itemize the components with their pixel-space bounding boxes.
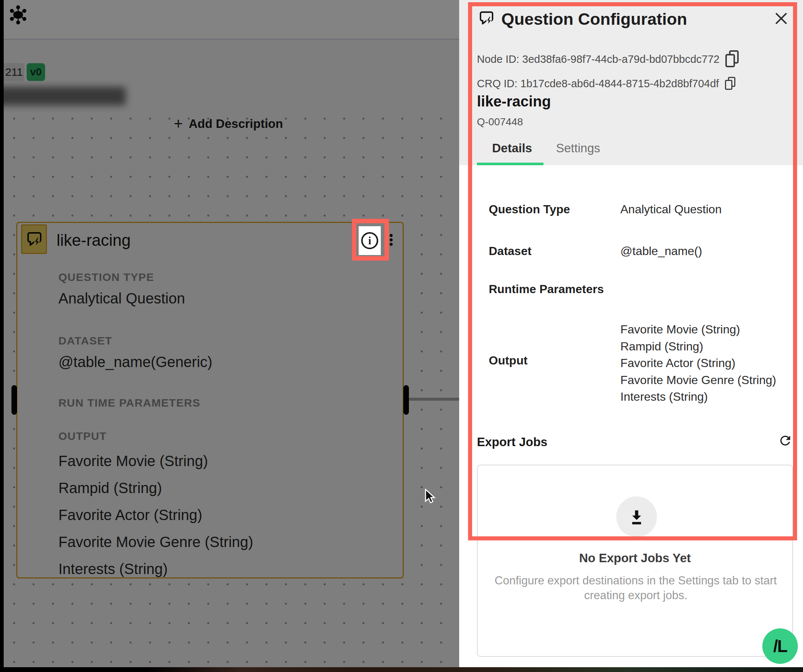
node-info-button[interactable]: i — [359, 226, 381, 255]
question-code: Q-007448 — [477, 116, 523, 128]
node-id-text: Node ID: 3ed38fa6-98f7-44cb-a79d-bd07bbc… — [477, 53, 719, 65]
output-item: Rampid (String) — [620, 338, 776, 355]
export-jobs-heading: Export Jobs — [477, 435, 548, 449]
workflow-canvas[interactable]: 211 v0 + Add Description like-racing QUE… — [4, 0, 459, 672]
crq-id-row: CRQ ID: 1b17cde8-ab6d-4844-8715-4b2d8bf7… — [477, 77, 736, 90]
output-item: Favorite Actor (String) — [620, 355, 776, 372]
tab-details[interactable]: Details — [492, 141, 532, 155]
runtime-params-label: Runtime Parameters — [489, 282, 604, 296]
no-export-jobs-title: No Export Jobs Yet — [478, 551, 792, 565]
question-type-value: Analytical Question — [620, 203, 722, 216]
brand-fab-button[interactable]: /L — [762, 628, 798, 664]
question-type-label: Question Type — [489, 203, 570, 216]
panel-header: Question Configuration Node ID: 3ed38fa6… — [459, 0, 803, 165]
output-label: Output — [489, 354, 528, 367]
question-configuration-panel: Question Configuration Node ID: 3ed38fa6… — [459, 0, 803, 672]
modal-dim-overlay — [4, 0, 459, 672]
question-chat-lightning-icon — [477, 10, 496, 27]
crq-id-text: CRQ ID: 1b17cde8-ab6d-4844-8715-4b2d8bf7… — [477, 78, 719, 90]
refresh-icon[interactable] — [778, 433, 793, 448]
brand-fab-label: /L — [774, 636, 787, 656]
info-icon: i — [361, 232, 378, 249]
output-value-list: Favorite Movie (String) Rampid (String) … — [620, 321, 776, 406]
output-item: Interests (String) — [620, 388, 776, 406]
window-left-edge — [0, 0, 4, 672]
download-icon — [627, 507, 646, 526]
tab-settings[interactable]: Settings — [556, 141, 600, 155]
output-item: Favorite Movie (String) — [620, 321, 776, 338]
copy-crq-id-button[interactable] — [725, 77, 736, 90]
output-item: Favorite Movie Genre (String) — [620, 372, 776, 389]
panel-title: Question Configuration — [501, 10, 687, 29]
active-tab-indicator — [477, 162, 543, 165]
node-id-row: Node ID: 3ed38fa6-98f7-44cb-a79d-bd07bbc… — [477, 50, 740, 68]
export-jobs-empty-state: No Export Jobs Yet Configure export dest… — [477, 465, 793, 657]
dataset-label: Dataset — [489, 244, 532, 258]
copy-node-id-button[interactable] — [725, 50, 740, 68]
app-window: 211 v0 + Add Description like-racing QUE… — [0, 0, 803, 672]
question-name: like-racing — [477, 93, 551, 110]
desktop-edge-strip — [0, 667, 803, 672]
close-icon[interactable] — [773, 10, 789, 27]
no-export-jobs-message: Configure export destinations in the Set… — [492, 573, 780, 603]
download-circle — [616, 497, 657, 537]
dataset-value: @table_name() — [620, 244, 702, 258]
